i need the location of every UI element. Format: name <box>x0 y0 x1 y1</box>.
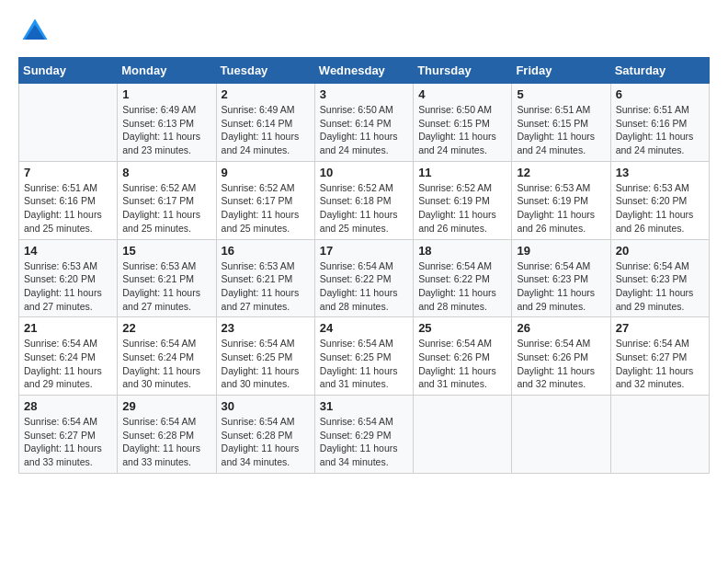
day-number: 21 <box>24 321 113 335</box>
week-row-2: 7Sunrise: 6:51 AM Sunset: 6:16 PM Daylig… <box>19 161 710 239</box>
header <box>18 15 710 48</box>
day-info: Sunrise: 6:54 AM Sunset: 6:26 PM Dayligh… <box>418 337 507 391</box>
week-row-4: 21Sunrise: 6:54 AM Sunset: 6:24 PM Dayli… <box>19 317 710 396</box>
day-cell: 5Sunrise: 6:51 AM Sunset: 6:15 PM Daylig… <box>512 84 610 162</box>
calendar-header-row: SundayMondayTuesdayWednesdayThursdayFrid… <box>19 58 710 84</box>
day-cell: 28Sunrise: 6:54 AM Sunset: 6:27 PM Dayli… <box>19 396 118 474</box>
day-cell: 20Sunrise: 6:54 AM Sunset: 6:23 PM Dayli… <box>610 239 709 317</box>
day-info: Sunrise: 6:54 AM Sunset: 6:27 PM Dayligh… <box>616 337 705 391</box>
day-info: Sunrise: 6:54 AM Sunset: 6:27 PM Dayligh… <box>24 415 113 469</box>
day-info: Sunrise: 6:52 AM Sunset: 6:18 PM Dayligh… <box>320 181 409 236</box>
day-number: 3 <box>320 87 409 101</box>
day-cell: 8Sunrise: 6:52 AM Sunset: 6:17 PM Daylig… <box>118 161 216 239</box>
week-row-5: 28Sunrise: 6:54 AM Sunset: 6:27 PM Dayli… <box>19 396 710 474</box>
day-cell: 15Sunrise: 6:53 AM Sunset: 6:21 PM Dayli… <box>118 239 216 317</box>
day-info: Sunrise: 6:51 AM Sunset: 6:16 PM Dayligh… <box>616 103 705 157</box>
header-sunday: Sunday <box>19 58 118 84</box>
header-wednesday: Wednesday <box>314 58 413 84</box>
day-cell: 27Sunrise: 6:54 AM Sunset: 6:27 PM Dayli… <box>610 317 709 396</box>
day-number: 25 <box>418 321 507 335</box>
day-cell: 3Sunrise: 6:50 AM Sunset: 6:14 PM Daylig… <box>314 84 413 162</box>
header-friday: Friday <box>512 58 610 84</box>
day-cell: 17Sunrise: 6:54 AM Sunset: 6:22 PM Dayli… <box>314 239 413 317</box>
day-cell: 12Sunrise: 6:53 AM Sunset: 6:19 PM Dayli… <box>512 161 610 239</box>
day-number: 17 <box>320 244 409 258</box>
week-row-1: 1Sunrise: 6:49 AM Sunset: 6:13 PM Daylig… <box>19 84 710 162</box>
day-info: Sunrise: 6:52 AM Sunset: 6:19 PM Dayligh… <box>418 181 507 236</box>
logo <box>18 15 57 48</box>
day-info: Sunrise: 6:50 AM Sunset: 6:15 PM Dayligh… <box>418 103 507 157</box>
day-cell: 30Sunrise: 6:54 AM Sunset: 6:28 PM Dayli… <box>216 396 314 474</box>
day-number: 26 <box>517 321 606 335</box>
day-cell: 25Sunrise: 6:54 AM Sunset: 6:26 PM Dayli… <box>414 317 512 396</box>
day-cell: 4Sunrise: 6:50 AM Sunset: 6:15 PM Daylig… <box>414 84 512 162</box>
logo-icon <box>18 15 51 48</box>
day-cell: 7Sunrise: 6:51 AM Sunset: 6:16 PM Daylig… <box>19 161 118 239</box>
day-info: Sunrise: 6:51 AM Sunset: 6:15 PM Dayligh… <box>517 103 606 157</box>
day-cell: 23Sunrise: 6:54 AM Sunset: 6:25 PM Dayli… <box>216 317 314 396</box>
day-cell: 18Sunrise: 6:54 AM Sunset: 6:22 PM Dayli… <box>414 239 512 317</box>
day-info: Sunrise: 6:54 AM Sunset: 6:22 PM Dayligh… <box>418 259 507 314</box>
day-number: 7 <box>24 166 113 179</box>
day-cell <box>19 84 118 162</box>
day-info: Sunrise: 6:54 AM Sunset: 6:28 PM Dayligh… <box>222 415 311 469</box>
day-number: 28 <box>24 399 113 413</box>
day-info: Sunrise: 6:54 AM Sunset: 6:28 PM Dayligh… <box>122 415 211 469</box>
day-number: 4 <box>418 87 507 101</box>
day-cell <box>512 396 610 474</box>
day-cell: 1Sunrise: 6:49 AM Sunset: 6:13 PM Daylig… <box>118 84 216 162</box>
day-number: 30 <box>222 399 311 413</box>
day-info: Sunrise: 6:54 AM Sunset: 6:26 PM Dayligh… <box>517 337 606 391</box>
day-info: Sunrise: 6:53 AM Sunset: 6:20 PM Dayligh… <box>24 259 113 314</box>
day-number: 6 <box>616 87 705 101</box>
day-cell <box>610 396 709 474</box>
week-row-3: 14Sunrise: 6:53 AM Sunset: 6:20 PM Dayli… <box>19 239 710 317</box>
day-info: Sunrise: 6:54 AM Sunset: 6:23 PM Dayligh… <box>517 259 606 314</box>
day-number: 24 <box>320 321 409 335</box>
day-number: 8 <box>122 166 211 179</box>
day-info: Sunrise: 6:49 AM Sunset: 6:14 PM Dayligh… <box>222 103 311 157</box>
header-tuesday: Tuesday <box>216 58 314 84</box>
day-cell: 26Sunrise: 6:54 AM Sunset: 6:26 PM Dayli… <box>512 317 610 396</box>
day-cell: 10Sunrise: 6:52 AM Sunset: 6:18 PM Dayli… <box>314 161 413 239</box>
day-cell: 9Sunrise: 6:52 AM Sunset: 6:17 PM Daylig… <box>216 161 314 239</box>
day-number: 31 <box>320 399 409 413</box>
day-cell: 19Sunrise: 6:54 AM Sunset: 6:23 PM Dayli… <box>512 239 610 317</box>
day-cell: 31Sunrise: 6:54 AM Sunset: 6:29 PM Dayli… <box>314 396 413 474</box>
day-info: Sunrise: 6:54 AM Sunset: 6:22 PM Dayligh… <box>320 259 409 314</box>
day-info: Sunrise: 6:54 AM Sunset: 6:24 PM Dayligh… <box>122 337 211 391</box>
day-number: 5 <box>517 87 606 101</box>
page: SundayMondayTuesdayWednesdayThursdayFrid… <box>0 0 728 563</box>
day-cell: 24Sunrise: 6:54 AM Sunset: 6:25 PM Dayli… <box>314 317 413 396</box>
day-cell: 6Sunrise: 6:51 AM Sunset: 6:16 PM Daylig… <box>610 84 709 162</box>
header-monday: Monday <box>118 58 216 84</box>
day-info: Sunrise: 6:54 AM Sunset: 6:25 PM Dayligh… <box>320 337 409 391</box>
day-cell: 11Sunrise: 6:52 AM Sunset: 6:19 PM Dayli… <box>414 161 512 239</box>
day-cell <box>414 396 512 474</box>
day-number: 14 <box>24 244 113 258</box>
day-info: Sunrise: 6:51 AM Sunset: 6:16 PM Dayligh… <box>24 181 113 236</box>
day-number: 29 <box>122 399 211 413</box>
day-info: Sunrise: 6:53 AM Sunset: 6:21 PM Dayligh… <box>222 259 311 314</box>
day-info: Sunrise: 6:53 AM Sunset: 6:21 PM Dayligh… <box>122 259 211 314</box>
day-number: 12 <box>517 166 606 179</box>
day-number: 20 <box>616 244 705 258</box>
day-info: Sunrise: 6:52 AM Sunset: 6:17 PM Dayligh… <box>122 181 211 236</box>
day-number: 9 <box>222 166 311 179</box>
day-number: 23 <box>222 321 311 335</box>
day-cell: 21Sunrise: 6:54 AM Sunset: 6:24 PM Dayli… <box>19 317 118 396</box>
day-number: 1 <box>122 87 211 101</box>
day-cell: 14Sunrise: 6:53 AM Sunset: 6:20 PM Dayli… <box>19 239 118 317</box>
day-number: 15 <box>122 244 211 258</box>
day-info: Sunrise: 6:53 AM Sunset: 6:19 PM Dayligh… <box>517 181 606 236</box>
day-cell: 29Sunrise: 6:54 AM Sunset: 6:28 PM Dayli… <box>118 396 216 474</box>
day-cell: 13Sunrise: 6:53 AM Sunset: 6:20 PM Dayli… <box>610 161 709 239</box>
day-number: 18 <box>418 244 507 258</box>
day-info: Sunrise: 6:54 AM Sunset: 6:25 PM Dayligh… <box>222 337 311 391</box>
day-number: 13 <box>616 166 705 179</box>
day-info: Sunrise: 6:53 AM Sunset: 6:20 PM Dayligh… <box>616 181 705 236</box>
day-info: Sunrise: 6:54 AM Sunset: 6:24 PM Dayligh… <box>24 337 113 391</box>
day-cell: 2Sunrise: 6:49 AM Sunset: 6:14 PM Daylig… <box>216 84 314 162</box>
day-number: 19 <box>517 244 606 258</box>
day-number: 10 <box>320 166 409 179</box>
